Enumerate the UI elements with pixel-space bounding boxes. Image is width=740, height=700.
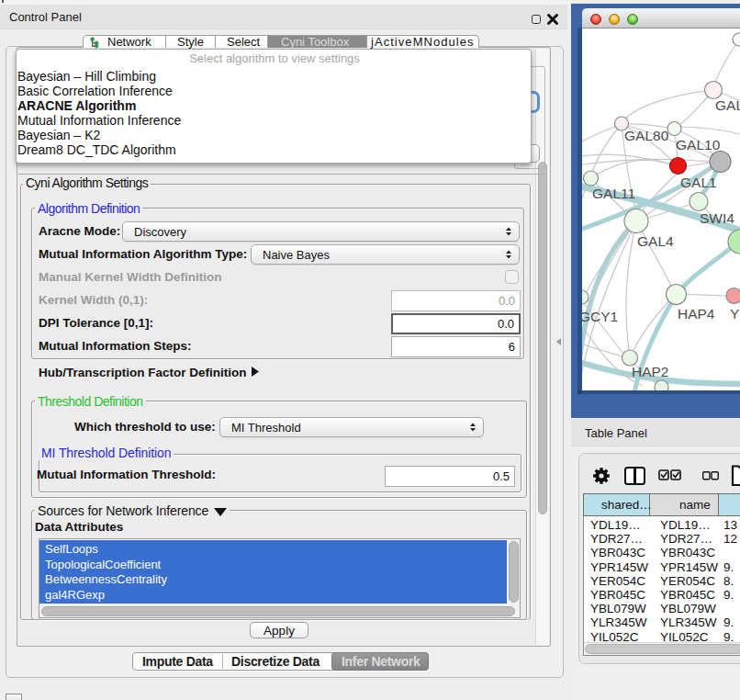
svg-text:GAL1: GAL1 — [680, 175, 717, 190]
svg-text:GAL: GAL — [715, 97, 740, 113]
svg-text:GAL4: GAL4 — [637, 233, 674, 249]
svg-text:GCY1: GCY1 — [582, 309, 618, 324]
svg-text:GAL11: GAL11 — [592, 186, 635, 201]
svg-text:SWI4: SWI4 — [700, 210, 734, 226]
svg-text:GAL10: GAL10 — [676, 137, 721, 152]
svg-text:HAP4: HAP4 — [678, 306, 715, 322]
svg-text:HAP2: HAP2 — [632, 364, 669, 379]
svg-text:Y: Y — [730, 306, 739, 322]
svg-text:GAL80: GAL80 — [624, 128, 669, 143]
